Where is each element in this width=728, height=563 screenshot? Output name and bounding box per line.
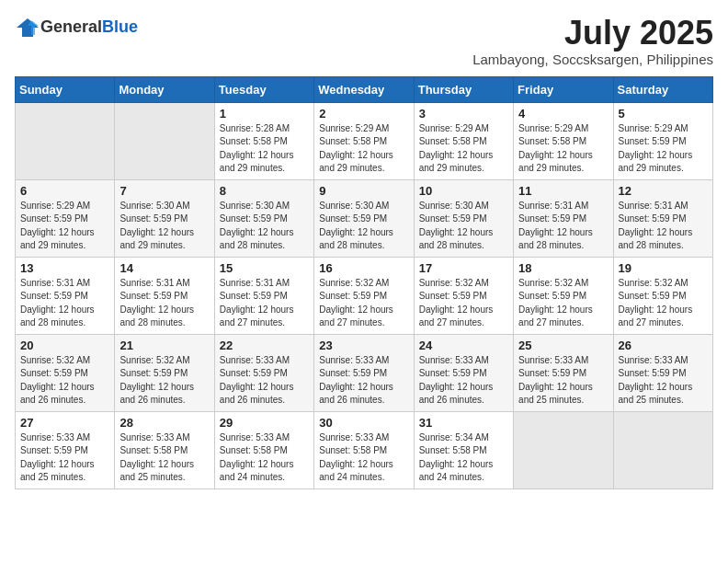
- calendar-cell: 9Sunrise: 5:30 AM Sunset: 5:59 PM Daylig…: [314, 179, 414, 257]
- svg-marker-0: [17, 18, 39, 37]
- day-number: 15: [220, 261, 309, 275]
- day-number: 2: [319, 107, 408, 121]
- day-detail: Sunrise: 5:31 AM Sunset: 5:59 PM Dayligh…: [619, 200, 708, 253]
- day-number: 14: [119, 261, 209, 275]
- logo: GeneralBlue: [15, 15, 138, 40]
- calendar-cell: 20Sunrise: 5:32 AM Sunset: 5:59 PM Dayli…: [16, 334, 115, 411]
- weekday-header-wednesday: Wednesday: [314, 76, 414, 102]
- day-number: 5: [619, 107, 708, 121]
- day-detail: Sunrise: 5:33 AM Sunset: 5:59 PM Dayligh…: [419, 354, 508, 408]
- location-title: Lambayong, Soccsksargen, Philippines: [472, 52, 713, 67]
- day-detail: Sunrise: 5:30 AM Sunset: 5:59 PM Dayligh…: [220, 200, 309, 253]
- calendar-cell: 22Sunrise: 5:33 AM Sunset: 5:59 PM Dayli…: [214, 334, 313, 411]
- calendar-cell: 23Sunrise: 5:33 AM Sunset: 5:59 PM Dayli…: [314, 334, 414, 411]
- day-detail: Sunrise: 5:33 AM Sunset: 5:58 PM Dayligh…: [220, 431, 309, 485]
- calendar-cell: 2Sunrise: 5:29 AM Sunset: 5:58 PM Daylig…: [314, 102, 414, 179]
- weekday-header-sunday: Sunday: [16, 76, 115, 102]
- calendar-cell: 8Sunrise: 5:30 AM Sunset: 5:59 PM Daylig…: [214, 179, 313, 257]
- calendar-cell: 10Sunrise: 5:30 AM Sunset: 5:59 PM Dayli…: [414, 179, 513, 257]
- calendar-cell: 16Sunrise: 5:32 AM Sunset: 5:59 PM Dayli…: [314, 257, 414, 334]
- calendar-table: SundayMondayTuesdayWednesdayThursdayFrid…: [15, 76, 713, 489]
- logo-general-text: General: [40, 17, 102, 36]
- day-detail: Sunrise: 5:32 AM Sunset: 5:59 PM Dayligh…: [20, 354, 109, 408]
- day-number: 18: [518, 261, 608, 275]
- week-row-5: 27Sunrise: 5:33 AM Sunset: 5:59 PM Dayli…: [16, 411, 713, 488]
- calendar-cell: 3Sunrise: 5:29 AM Sunset: 5:58 PM Daylig…: [414, 102, 513, 179]
- calendar-cell: 13Sunrise: 5:31 AM Sunset: 5:59 PM Dayli…: [16, 257, 115, 334]
- day-detail: Sunrise: 5:33 AM Sunset: 5:59 PM Dayligh…: [20, 431, 109, 485]
- day-number: 27: [20, 416, 109, 430]
- day-detail: Sunrise: 5:31 AM Sunset: 5:59 PM Dayligh…: [119, 277, 209, 330]
- day-detail: Sunrise: 5:29 AM Sunset: 5:59 PM Dayligh…: [619, 122, 708, 176]
- day-detail: Sunrise: 5:33 AM Sunset: 5:59 PM Dayligh…: [319, 354, 408, 408]
- day-number: 21: [119, 339, 209, 352]
- day-number: 9: [319, 184, 408, 198]
- calendar-cell: 27Sunrise: 5:33 AM Sunset: 5:59 PM Dayli…: [16, 411, 115, 488]
- calendar-cell: 25Sunrise: 5:33 AM Sunset: 5:59 PM Dayli…: [514, 334, 613, 411]
- day-number: 11: [518, 184, 608, 198]
- month-title: July 2025: [472, 15, 713, 52]
- title-area: July 2025 Lambayong, Soccsksargen, Phili…: [472, 15, 713, 67]
- day-number: 29: [220, 416, 309, 430]
- day-number: 23: [319, 339, 408, 352]
- day-detail: Sunrise: 5:32 AM Sunset: 5:59 PM Dayligh…: [518, 277, 608, 330]
- calendar-cell: 24Sunrise: 5:33 AM Sunset: 5:59 PM Dayli…: [414, 334, 513, 411]
- calendar-cell: 19Sunrise: 5:32 AM Sunset: 5:59 PM Dayli…: [613, 257, 712, 334]
- weekday-header-thursday: Thursday: [414, 76, 513, 102]
- day-detail: Sunrise: 5:30 AM Sunset: 5:59 PM Dayligh…: [119, 200, 209, 253]
- day-detail: Sunrise: 5:30 AM Sunset: 5:59 PM Dayligh…: [319, 200, 408, 253]
- day-detail: Sunrise: 5:33 AM Sunset: 5:59 PM Dayligh…: [518, 354, 608, 408]
- day-detail: Sunrise: 5:33 AM Sunset: 5:59 PM Dayligh…: [619, 354, 708, 408]
- day-detail: Sunrise: 5:31 AM Sunset: 5:59 PM Dayligh…: [220, 277, 309, 330]
- week-row-2: 6Sunrise: 5:29 AM Sunset: 5:59 PM Daylig…: [16, 179, 713, 257]
- day-number: 22: [220, 339, 309, 352]
- day-number: 16: [319, 261, 408, 275]
- calendar-cell: [613, 411, 712, 488]
- calendar-cell: 6Sunrise: 5:29 AM Sunset: 5:59 PM Daylig…: [16, 179, 115, 257]
- day-detail: Sunrise: 5:32 AM Sunset: 5:59 PM Dayligh…: [619, 277, 708, 330]
- calendar-cell: 28Sunrise: 5:33 AM Sunset: 5:58 PM Dayli…: [115, 411, 214, 488]
- calendar-cell: 29Sunrise: 5:33 AM Sunset: 5:58 PM Dayli…: [214, 411, 313, 488]
- calendar-cell: [514, 411, 613, 488]
- day-number: 31: [419, 416, 508, 430]
- day-number: 25: [518, 339, 608, 352]
- day-number: 28: [119, 416, 209, 430]
- weekday-header-friday: Friday: [514, 76, 613, 102]
- calendar-cell: 5Sunrise: 5:29 AM Sunset: 5:59 PM Daylig…: [613, 102, 712, 179]
- day-number: 20: [20, 339, 109, 352]
- day-number: 13: [20, 261, 109, 275]
- weekday-header-tuesday: Tuesday: [214, 76, 313, 102]
- day-number: 3: [419, 107, 508, 121]
- day-detail: Sunrise: 5:34 AM Sunset: 5:58 PM Dayligh…: [419, 431, 508, 485]
- logo-icon: [15, 15, 40, 40]
- day-detail: Sunrise: 5:29 AM Sunset: 5:59 PM Dayligh…: [20, 200, 109, 253]
- week-row-3: 13Sunrise: 5:31 AM Sunset: 5:59 PM Dayli…: [16, 257, 713, 334]
- calendar-cell: 17Sunrise: 5:32 AM Sunset: 5:59 PM Dayli…: [414, 257, 513, 334]
- header: GeneralBlue July 2025 Lambayong, Soccsks…: [15, 15, 713, 67]
- calendar-cell: 11Sunrise: 5:31 AM Sunset: 5:59 PM Dayli…: [514, 179, 613, 257]
- day-number: 12: [619, 184, 708, 198]
- calendar-cell: 15Sunrise: 5:31 AM Sunset: 5:59 PM Dayli…: [214, 257, 313, 334]
- logo-blue-text: Blue: [102, 17, 138, 36]
- calendar-cell: 14Sunrise: 5:31 AM Sunset: 5:59 PM Dayli…: [115, 257, 214, 334]
- day-detail: Sunrise: 5:32 AM Sunset: 5:59 PM Dayligh…: [319, 277, 408, 330]
- day-number: 6: [20, 184, 109, 198]
- day-detail: Sunrise: 5:32 AM Sunset: 5:59 PM Dayligh…: [119, 354, 209, 408]
- day-detail: Sunrise: 5:33 AM Sunset: 5:58 PM Dayligh…: [119, 431, 209, 485]
- day-number: 17: [419, 261, 508, 275]
- week-row-4: 20Sunrise: 5:32 AM Sunset: 5:59 PM Dayli…: [16, 334, 713, 411]
- calendar-cell: 12Sunrise: 5:31 AM Sunset: 5:59 PM Dayli…: [613, 179, 712, 257]
- day-detail: Sunrise: 5:31 AM Sunset: 5:59 PM Dayligh…: [20, 277, 109, 330]
- calendar-cell: 18Sunrise: 5:32 AM Sunset: 5:59 PM Dayli…: [514, 257, 613, 334]
- calendar-cell: 26Sunrise: 5:33 AM Sunset: 5:59 PM Dayli…: [613, 334, 712, 411]
- calendar-cell: 21Sunrise: 5:32 AM Sunset: 5:59 PM Dayli…: [115, 334, 214, 411]
- calendar-cell: 31Sunrise: 5:34 AM Sunset: 5:58 PM Dayli…: [414, 411, 513, 488]
- calendar-cell: 30Sunrise: 5:33 AM Sunset: 5:58 PM Dayli…: [314, 411, 414, 488]
- day-number: 19: [619, 261, 708, 275]
- day-detail: Sunrise: 5:28 AM Sunset: 5:58 PM Dayligh…: [220, 122, 309, 176]
- day-number: 1: [220, 107, 309, 121]
- weekday-header-monday: Monday: [115, 76, 214, 102]
- day-detail: Sunrise: 5:32 AM Sunset: 5:59 PM Dayligh…: [419, 277, 508, 330]
- day-detail: Sunrise: 5:29 AM Sunset: 5:58 PM Dayligh…: [518, 122, 608, 176]
- day-detail: Sunrise: 5:29 AM Sunset: 5:58 PM Dayligh…: [419, 122, 508, 176]
